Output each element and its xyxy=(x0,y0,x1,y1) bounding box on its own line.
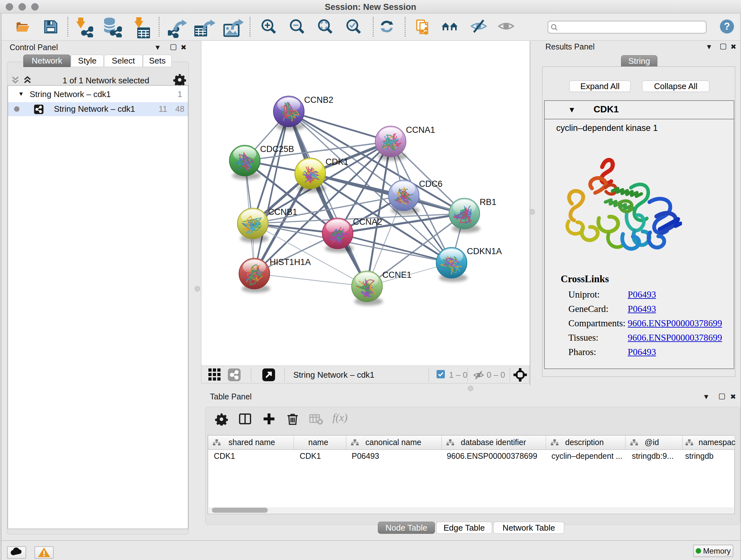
svg-text:CCNB2: CCNB2 xyxy=(304,95,333,105)
svg-text:CCNA2: CCNA2 xyxy=(353,217,382,227)
svg-text:CCNB1: CCNB1 xyxy=(268,207,297,217)
svg-text:RB1: RB1 xyxy=(480,197,496,207)
svg-text:?: ? xyxy=(724,21,730,32)
svg-text:CCNE1: CCNE1 xyxy=(382,270,412,280)
svg-text:HIST1H1A: HIST1H1A xyxy=(270,257,311,267)
svg-text:CDC6: CDC6 xyxy=(419,179,443,189)
svg-text:CDKN1A: CDKN1A xyxy=(467,246,502,256)
svg-text:CDK1: CDK1 xyxy=(326,157,348,167)
svg-text:CCNA1: CCNA1 xyxy=(406,125,435,135)
svg-text:CDC25B: CDC25B xyxy=(260,144,294,154)
